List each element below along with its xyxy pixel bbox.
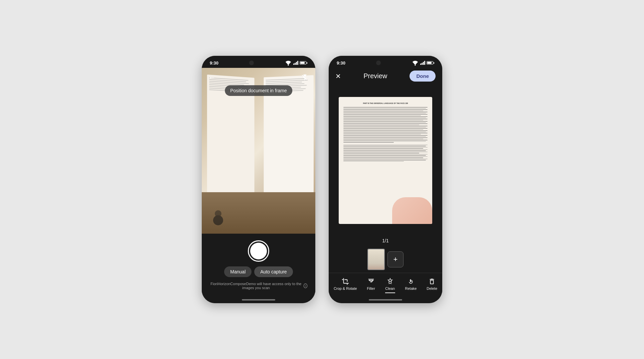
preview-wifi-icon [412, 59, 419, 67]
position-tooltip: Position document in frame [225, 85, 292, 96]
toolbar-clean[interactable]: Clean [382, 276, 398, 294]
preview-notch [376, 61, 381, 65]
svg-rect-2 [410, 281, 412, 282]
svg-point-0 [288, 65, 289, 66]
crop-rotate-label: Crop & Rotate [334, 286, 357, 290]
preview-home-bar [369, 299, 402, 301]
retake-icon [407, 278, 415, 285]
clean-icon [386, 278, 394, 285]
capture-mode-buttons: Manual Auto capture [224, 266, 293, 277]
preview-battery-icon [427, 61, 434, 65]
shutter-inner [250, 243, 267, 259]
toolbar-delete[interactable]: Delete [424, 276, 440, 294]
crop-rotate-icon [342, 278, 349, 285]
shutter-button[interactable] [248, 240, 269, 262]
battery-icon [300, 61, 307, 65]
camera-status-icons [285, 59, 307, 67]
thumb-inner [368, 249, 384, 269]
wifi-icon [285, 59, 292, 67]
camera-phone: 9:30 ← [202, 56, 315, 303]
retake-label: Retake [405, 286, 417, 290]
delete-label: Delete [427, 286, 437, 290]
info-icon[interactable]: i [304, 283, 307, 288]
toolbar-crop-rotate[interactable]: Crop & Rotate [331, 276, 360, 294]
hand-image [392, 197, 432, 224]
preview-image-container: PART III THE UNIVERSAL LANGUAGE OF THE F… [329, 86, 442, 235]
camera-screen: ← [202, 68, 315, 303]
camera-controls: Manual Auto capture FioriHorizonComposeD… [202, 234, 315, 296]
done-button[interactable]: Done [410, 71, 436, 82]
clean-label: Clean [385, 286, 395, 290]
filter-icon [367, 278, 375, 285]
preview-phone: 9:30 ✕ Preview Done [329, 56, 442, 303]
floral-pattern [213, 215, 223, 225]
toolbar-retake[interactable]: Retake [402, 276, 420, 294]
home-bar [242, 299, 275, 301]
add-page-button[interactable]: + [387, 251, 404, 267]
page-count: 1/1 [329, 235, 442, 246]
signal-icon [293, 61, 298, 65]
thumbnail-1[interactable] [367, 249, 385, 270]
active-indicator [385, 292, 395, 293]
preview-home-indicator [329, 296, 442, 303]
flash-off-icon[interactable] [301, 74, 309, 81]
camera-viewfinder: Position document in frame [202, 68, 315, 234]
camera-notch [249, 61, 254, 65]
back-button[interactable]: ← [208, 73, 216, 82]
camera-time: 9:30 [210, 61, 218, 66]
close-button[interactable]: ✕ [335, 72, 341, 80]
preview-signal-icon [420, 61, 425, 65]
preview-time: 9:30 [337, 61, 345, 66]
preview-status-bar: 9:30 [329, 56, 442, 68]
preview-document: PART III THE UNIVERSAL LANGUAGE OF THE F… [339, 97, 432, 224]
svg-point-1 [415, 65, 416, 66]
delete-icon [428, 278, 436, 285]
preview-header: ✕ Preview Done [329, 68, 442, 86]
home-indicator [202, 296, 315, 303]
permission-notice: FioriHorizonComposeDemo will have access… [210, 282, 307, 290]
doc-content: PART III THE UNIVERSAL LANGUAGE OF THE F… [339, 97, 432, 167]
doc-lines [343, 107, 428, 161]
filter-label: Filter [367, 286, 375, 290]
auto-capture-button[interactable]: Auto capture [254, 266, 293, 277]
manual-mode-button[interactable]: Manual [224, 266, 252, 277]
preview-status-icons [412, 59, 434, 67]
doc-title: PART III THE UNIVERSAL LANGUAGE OF THE F… [343, 102, 428, 104]
preview-title: Preview [363, 72, 387, 80]
bottom-toolbar: Crop & Rotate Filter [329, 273, 442, 296]
thumbnails-row: + [329, 246, 442, 273]
camera-status-bar: 9:30 [202, 56, 315, 68]
camera-header: ← [202, 71, 315, 85]
toolbar-filter[interactable]: Filter [364, 276, 377, 294]
preview-screen: ✕ Preview Done PART III THE UNIVERSAL LA… [329, 68, 442, 303]
